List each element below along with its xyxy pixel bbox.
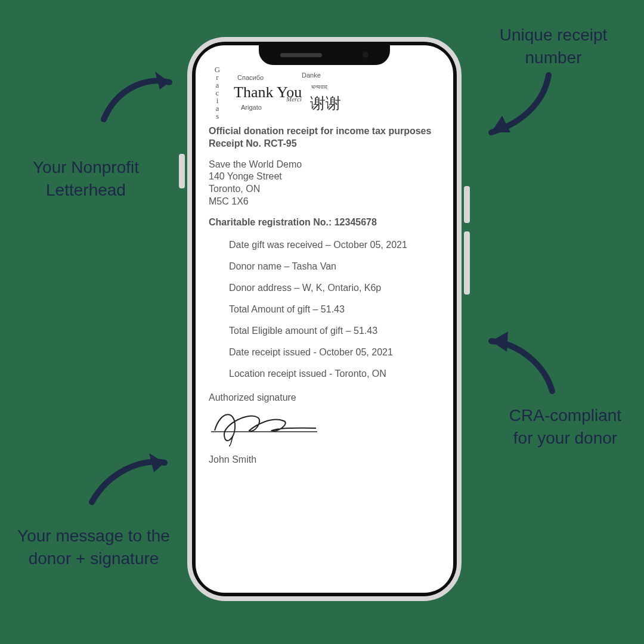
arrow-cra-icon: [473, 329, 563, 401]
letterhead-word-spasibo: Спасибо: [237, 74, 264, 81]
receipt-screen: Gracias Спасибо Danke धन्यवाद Thank You …: [196, 45, 453, 593]
phone-mockup: Gracias Спасибо Danke धन्यवाद Thank You …: [187, 37, 462, 601]
detail-eligible-amount: Total Eligible amount of gift – 51.43: [229, 326, 440, 336]
letterhead-word-xiexie: 谢谢: [310, 93, 341, 114]
annotation-letterhead: Your NonprofitLetterhead: [14, 156, 157, 202]
letterhead-word-danke: Danke: [302, 72, 321, 79]
receipt-number: Receipt No. RCT-95: [209, 138, 440, 150]
phone-side-button: [179, 154, 185, 188]
letterhead-word-arigato: Arigato: [241, 104, 262, 111]
charitable-registration: Charitable registration No.: 12345678: [209, 216, 440, 229]
annotation-receipt-number: Unique receiptnumber: [488, 24, 619, 69]
detail-location-issued: Location receipt issued - Toronto, ON: [229, 369, 440, 379]
annotation-cra: CRA-compliantfor your donor: [500, 404, 631, 450]
arrow-signature-icon: [81, 447, 177, 513]
detail-donor-address: Donor address – W, K, Ontario, K6p: [229, 283, 440, 293]
letterhead-block: Gracias Спасибо Danke धन्यवाद Thank You …: [209, 72, 440, 114]
detail-date-received: Date gift was received – October 05, 202…: [229, 240, 440, 250]
receipt-details-block: Date gift was received – October 05, 202…: [209, 240, 440, 379]
authorized-signature-label: Authorized signature: [209, 392, 440, 403]
detail-donor-name: Donor name – Tasha Van: [229, 261, 440, 272]
letterhead-word-merci: Merci: [286, 95, 302, 103]
org-addr3: M5C 1X6: [209, 196, 440, 208]
svg-marker-2: [491, 332, 508, 352]
detail-date-issued: Date receipt issued - October 05, 2021: [229, 347, 440, 358]
org-addr2: Toronto, ON: [209, 183, 440, 196]
letterhead-word-hindi: धन्यवाद: [311, 83, 327, 91]
phone-side-button: [464, 231, 470, 295]
org-address-block: Save the World Demo 140 Yonge Street Tor…: [209, 159, 440, 208]
signature-image: [206, 407, 326, 448]
phone-side-button: [464, 186, 470, 223]
signer-name: John Smith: [209, 454, 440, 465]
arrow-letterhead-icon: [93, 64, 182, 130]
org-name: Save the World Demo: [209, 159, 440, 171]
org-addr1: 140 Yonge Street: [209, 171, 440, 183]
annotation-signature: Your message to thedonor + signature: [7, 525, 180, 570]
receipt-title: Official donation receipt for income tax…: [209, 125, 440, 138]
detail-total-amount: Total Amount of gift – 51.43: [229, 304, 440, 315]
arrow-receipt-number-icon: [470, 67, 559, 144]
letterhead-word-gracias: Gracias: [212, 72, 222, 112]
